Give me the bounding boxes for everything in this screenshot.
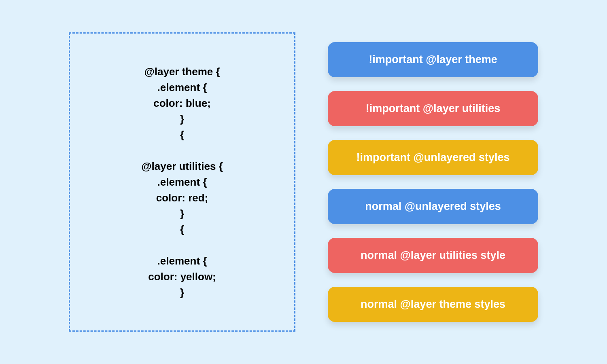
code-block-theme: @layer theme { .element { color: blue; }… bbox=[141, 64, 223, 301]
code-line: color: yellow; bbox=[148, 271, 216, 283]
priority-label: !important @layer utilities bbox=[366, 102, 500, 114]
priority-item-important-theme: !important @layer theme bbox=[328, 42, 538, 77]
priority-label: normal @unlayered styles bbox=[365, 200, 501, 212]
code-line: color: red; bbox=[156, 192, 208, 204]
code-line: { bbox=[180, 223, 184, 235]
priority-label: !important @layer theme bbox=[369, 53, 497, 66]
code-line: .element { bbox=[157, 176, 207, 188]
code-line: .element { bbox=[157, 81, 207, 93]
code-line: @layer utilities { bbox=[141, 160, 223, 172]
code-line: } bbox=[180, 113, 184, 125]
priority-label: normal @layer utilities style bbox=[361, 249, 505, 261]
code-line: color: blue; bbox=[153, 97, 211, 109]
code-line: } bbox=[180, 207, 184, 220]
priority-label: normal @layer theme styles bbox=[361, 298, 505, 310]
priority-item-normal-utilities: normal @layer utilities style bbox=[328, 238, 538, 273]
priority-item-important-utilities: !important @layer utilities bbox=[328, 91, 538, 126]
priority-list: !important @layer theme !important @laye… bbox=[328, 42, 538, 322]
priority-item-important-unlayered: !important @unlayered styles bbox=[328, 140, 538, 175]
priority-item-normal-theme: normal @layer theme styles bbox=[328, 287, 538, 322]
priority-item-normal-unlayered: normal @unlayered styles bbox=[328, 189, 538, 224]
css-code-box: @layer theme { .element { color: blue; }… bbox=[69, 32, 295, 332]
code-line: { bbox=[180, 129, 184, 141]
priority-label: !important @unlayered styles bbox=[357, 151, 510, 163]
code-line: @layer theme { bbox=[144, 66, 220, 78]
code-line: } bbox=[180, 286, 184, 298]
code-line: .element { bbox=[157, 255, 207, 267]
